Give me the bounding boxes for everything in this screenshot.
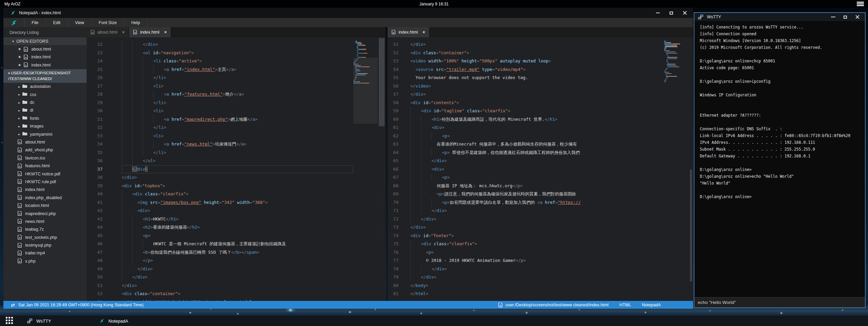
menu-item-help[interactable]: Help [124, 18, 147, 27]
minimap-line [666, 68, 668, 69]
hamburger-menu-icon[interactable] [857, 2, 864, 6]
wstty-window: WsTTY [info] Conencting to arozos WsTTY … [694, 12, 866, 308]
tree-folder[interactable]: ▸ fonts [3, 114, 87, 122]
line-number: 53 [388, 57, 401, 65]
editor-tab-about.html[interactable]: about.html× [87, 27, 128, 37]
editor-group-left: about.html× index.html× 2223242526272829… [87, 27, 386, 301]
tab-bar-right: index.html× [388, 27, 693, 37]
open-editor-item[interactable]: × index.html [3, 61, 87, 69]
tree-folder[interactable]: ▸ yamiyamimi [3, 130, 87, 138]
maximize-button[interactable] [669, 10, 674, 16]
maximize-button[interactable] [843, 14, 848, 20]
tree-folder[interactable]: ▸ images [3, 122, 87, 130]
vertical-scrollbar[interactable] [689, 37, 693, 301]
terminal-line: Link-local IPv6 Address . . . . . : fe80… [700, 132, 865, 139]
line-number: 45 [87, 232, 105, 240]
minimap[interactable] [664, 37, 689, 301]
file-icon [18, 155, 22, 160]
file-icon [18, 195, 22, 200]
tree-file[interactable]: features.html [3, 162, 87, 170]
tree-file[interactable]: index.php_disabled [3, 194, 87, 202]
taskbar-item-wstty[interactable]: WsTTY [27, 318, 51, 324]
line-number: 24 [87, 57, 105, 65]
tree-folder[interactable]: ▸ dl [3, 107, 87, 114]
tree-file[interactable]: add_vhost.php [3, 146, 87, 154]
taskbar: WsTTY NotepadA [0, 316, 868, 326]
code-area[interactable]: </div><div class="container"><video widt… [401, 37, 664, 301]
tree-file[interactable]: location.html [3, 202, 87, 209]
tree-file[interactable]: news.html [3, 217, 87, 225]
line-number: 79 [388, 273, 401, 282]
minimap-line [357, 54, 358, 55]
minimize-button[interactable] [830, 14, 836, 20]
tree-file[interactable]: HKWTC rule.pdf [3, 178, 87, 186]
close-button[interactable] [682, 10, 688, 16]
editor-tab-index.html[interactable]: index.html× [388, 27, 429, 37]
notepada-statusbar: ⇄ Sat Jan 09 2021 16:29:49 GMT+0800 (Hon… [3, 301, 693, 309]
tree-file[interactable]: testmysql.php [3, 241, 87, 249]
wstty-titlebar[interactable]: WsTTY [694, 13, 865, 21]
open-editor-item[interactable]: × index.html [3, 53, 87, 61]
tree-file[interactable]: index.html [3, 186, 87, 194]
notepada-window: NotepadA - index.html FileEditViewFont S… [3, 8, 693, 309]
code-line: </li> [122, 99, 353, 107]
notepada-titlebar[interactable]: NotepadA - index.html [3, 8, 693, 18]
tree-file[interactable]: teabag.7z [3, 226, 87, 233]
tree-folder[interactable]: ▸ dc [3, 98, 87, 106]
menu-item-edit[interactable]: Edit [46, 18, 68, 27]
editor-tab-index.html[interactable]: index.html× [129, 27, 171, 37]
code-area[interactable]: </div> <ul id="navigation"> <li class="a… [105, 37, 353, 301]
line-number: 25 [87, 65, 105, 74]
menu-item-view[interactable]: View [68, 18, 92, 27]
line-number: 31 [87, 115, 105, 124]
code-line: </div> [410, 273, 664, 282]
minimap-line [668, 62, 669, 63]
code-line: </div> [410, 90, 664, 99]
notepada-logo-icon [10, 10, 16, 16]
minimap[interactable] [353, 37, 378, 301]
tree-file[interactable]: x.php [3, 257, 87, 265]
code-line: <b>你知道我們全線伺服器已轉用 SSD 了嗎？</b></span> [122, 248, 353, 257]
close-icon[interactable]: × [122, 30, 124, 35]
close-icon[interactable]: × [18, 47, 24, 52]
line-number: 53 [87, 298, 105, 301]
line-number: 38 [87, 173, 105, 182]
terminal-input[interactable]: echo "Hello World" [694, 297, 865, 307]
menu-item-font-size[interactable]: Font Size [92, 18, 124, 27]
open-editors-header[interactable]: ▾OPEN EDITORS [3, 37, 87, 45]
close-icon[interactable]: × [423, 30, 425, 35]
code-line: </div> [122, 40, 353, 49]
line-number: 28 [87, 90, 105, 99]
minimap-line [666, 60, 668, 61]
apps-grid-icon[interactable] [6, 317, 14, 325]
system-clock: January 9 16:31 [0, 2, 868, 6]
close-icon[interactable]: × [18, 63, 24, 68]
line-number: 37 [87, 165, 105, 174]
line-number-gutter: 5152535455565758596061626364656667686970… [388, 37, 401, 301]
menu-item-file[interactable]: File [24, 18, 46, 27]
tree-file[interactable]: HKWTC notice.pdf [3, 170, 87, 178]
folder-icon [22, 124, 27, 129]
tree-root-folder[interactable]: ▾ USER:/DESKTOP/SCREENSHOT/TEST/WWW CLEA… [3, 69, 87, 83]
file-icon [24, 55, 28, 60]
minimap-line [357, 52, 358, 53]
terminal-output[interactable]: [info] Conencting to arozos WsTTY servic… [694, 21, 865, 297]
tree-file[interactable]: trailer.mp4 [3, 249, 87, 257]
close-button[interactable] [855, 14, 860, 20]
tree-folder[interactable]: ▸ css [3, 91, 87, 98]
close-icon[interactable]: × [164, 30, 166, 35]
taskbar-item-notepada[interactable]: NotepadA [99, 318, 128, 324]
tree-file[interactable]: mapredirect.php [3, 210, 87, 217]
open-editor-item[interactable]: × about.html [3, 45, 87, 53]
tree-file[interactable]: favicon.ico [3, 154, 87, 162]
code-line: <p> [410, 248, 664, 257]
tree-folder[interactable]: ▸ autostation [3, 83, 87, 91]
statusbar-file-type[interactable]: HTML [619, 303, 631, 307]
vertical-scrollbar[interactable] [378, 37, 386, 301]
folder-icon [22, 116, 27, 121]
line-number: 72 [388, 215, 401, 224]
close-icon[interactable]: × [18, 55, 24, 59]
minimize-button[interactable] [655, 10, 660, 16]
tree-file[interactable]: test_sockets.php [3, 233, 87, 241]
tree-file[interactable]: about.html [3, 138, 87, 146]
